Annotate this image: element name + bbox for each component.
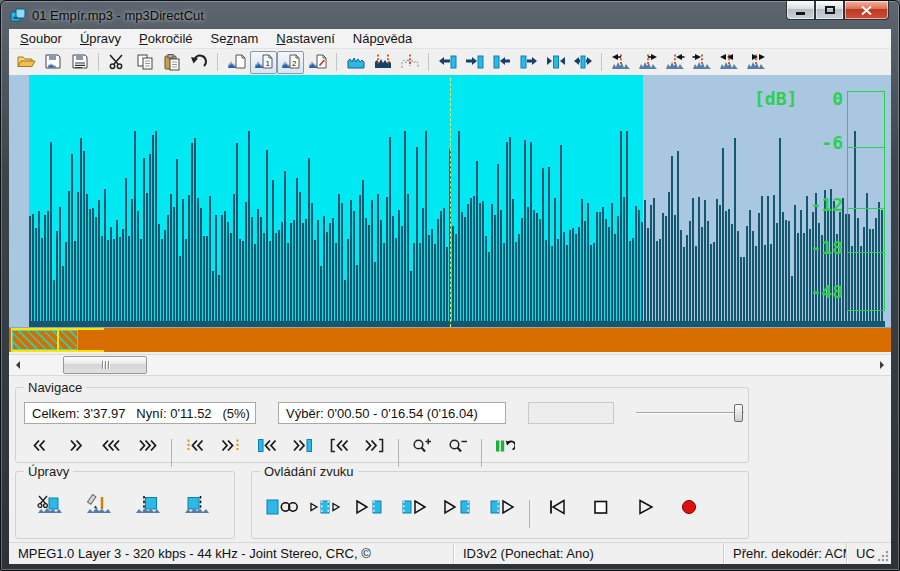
play-to-sel-end-button[interactable] bbox=[436, 491, 480, 523]
scroll-right-button[interactable] bbox=[873, 355, 891, 375]
prev-cue-button[interactable] bbox=[177, 433, 213, 459]
to-selection-start-icon bbox=[257, 438, 277, 454]
skip-to-start-button[interactable] bbox=[535, 491, 579, 523]
set-selection-start-icon bbox=[135, 494, 161, 514]
play-to-sel-end-icon bbox=[441, 497, 475, 517]
cut-selection-icon bbox=[37, 494, 63, 514]
play-button[interactable] bbox=[623, 491, 667, 523]
pause-undo-icon bbox=[495, 438, 515, 454]
window-title: 01 Empír.mp3 - mp3DirectCut bbox=[32, 8, 204, 23]
part-view-1-button[interactable]: 1 bbox=[250, 51, 277, 74]
sel-start-left-button[interactable] bbox=[434, 51, 461, 74]
set-selection-end-icon bbox=[184, 494, 210, 514]
cursor-back-fast-button[interactable] bbox=[715, 51, 742, 74]
cursor-to-prev-button[interactable] bbox=[661, 51, 688, 74]
resize-grip[interactable] bbox=[877, 550, 889, 562]
part-view-2-button[interactable]: 2 bbox=[277, 51, 304, 74]
waveform-display[interactable]: [dB] 0-6-12-18-48 bbox=[9, 75, 891, 327]
open-file-button[interactable] bbox=[12, 51, 39, 74]
cursor-back-button[interactable] bbox=[607, 51, 634, 74]
to-selection-start-button[interactable] bbox=[249, 433, 285, 459]
play-selection-loop-button[interactable] bbox=[260, 491, 304, 523]
navigation-group: Navigace Celkem: 3'37.97 Nyní: 0'11.52 (… bbox=[15, 387, 749, 463]
auto-cue-button[interactable] bbox=[304, 51, 331, 74]
open-file-icon bbox=[16, 53, 36, 71]
play-from-sel-start-button[interactable] bbox=[392, 491, 436, 523]
sel-end-left-button[interactable] bbox=[488, 51, 515, 74]
part-view-1-icon: 1 bbox=[254, 53, 274, 71]
title-bar[interactable]: 01 Empír.mp3 - mp3DirectCut bbox=[1, 1, 899, 29]
cursor-to-next-icon bbox=[692, 53, 712, 71]
cut-button[interactable] bbox=[104, 51, 131, 74]
cursor-forward-fast-icon bbox=[746, 53, 766, 71]
play-to-sel-start-button[interactable] bbox=[348, 491, 392, 523]
sel-start-left-icon bbox=[438, 53, 458, 71]
scroll-left-button[interactable] bbox=[9, 355, 27, 375]
save-button[interactable] bbox=[39, 51, 66, 74]
sel-end-right-button[interactable] bbox=[515, 51, 542, 74]
playback-cursor bbox=[450, 78, 451, 327]
undo-button[interactable] bbox=[185, 51, 212, 74]
stop-button[interactable] bbox=[579, 491, 623, 523]
slider-track bbox=[636, 412, 744, 414]
fast-back-button[interactable] bbox=[94, 433, 130, 459]
paste-button[interactable] bbox=[158, 51, 185, 74]
navigation-group-label: Navigace bbox=[24, 380, 86, 395]
copy-button[interactable] bbox=[131, 51, 158, 74]
save-split-button[interactable] bbox=[66, 51, 93, 74]
cursor-forward-button[interactable] bbox=[634, 51, 661, 74]
fast-forward-icon bbox=[138, 438, 158, 454]
menu-seznam[interactable]: Seznam bbox=[202, 30, 268, 47]
select-all-icon bbox=[346, 53, 366, 71]
caption-buttons bbox=[786, 1, 889, 20]
set-selection-start-button[interactable] bbox=[130, 488, 166, 520]
maximize-button[interactable] bbox=[815, 1, 844, 20]
zoom-out-button[interactable] bbox=[440, 433, 476, 459]
selection-with-cues-button[interactable] bbox=[369, 51, 396, 74]
audio-group-label: Ovládání zvuku bbox=[260, 464, 358, 479]
scrollbar-thumb[interactable] bbox=[63, 356, 147, 374]
menu-napoveda[interactable]: Nápověda bbox=[344, 30, 421, 47]
cut-selection-button[interactable] bbox=[32, 488, 68, 520]
cursor-forward-fast-button[interactable] bbox=[742, 51, 769, 74]
sel-shrink-button[interactable] bbox=[542, 51, 569, 74]
menu-nastaveni[interactable]: Nastavení bbox=[267, 30, 344, 47]
to-file-end-button[interactable] bbox=[357, 433, 393, 459]
sel-start-right-button[interactable] bbox=[461, 51, 488, 74]
file-info-button[interactable] bbox=[223, 51, 250, 74]
audio-buttons bbox=[252, 472, 748, 528]
zoom-in-button[interactable] bbox=[404, 433, 440, 459]
fast-forward-button[interactable] bbox=[130, 433, 166, 459]
record-button[interactable] bbox=[667, 491, 711, 523]
step-back-button[interactable] bbox=[22, 433, 58, 459]
set-selection-end-button[interactable] bbox=[179, 488, 215, 520]
slider-thumb[interactable] bbox=[734, 404, 743, 422]
menu-upravy[interactable]: Úpravy bbox=[71, 30, 130, 47]
next-cue-button[interactable] bbox=[213, 433, 249, 459]
step-forward-button[interactable] bbox=[58, 433, 94, 459]
preview-cut-button[interactable] bbox=[304, 491, 348, 523]
cursor-to-next-button[interactable] bbox=[688, 51, 715, 74]
play-from-sel-end-button[interactable] bbox=[480, 491, 524, 523]
draw-gain-button[interactable] bbox=[81, 488, 117, 520]
pause-undo-button[interactable] bbox=[487, 433, 523, 459]
to-selection-end-button[interactable] bbox=[285, 433, 321, 459]
sel-end-right-icon bbox=[519, 53, 539, 71]
db-tick--6: -6 bbox=[783, 132, 843, 153]
save-icon bbox=[43, 53, 63, 71]
toolbar-separator bbox=[98, 53, 99, 71]
sel-grow-button[interactable] bbox=[569, 51, 596, 74]
menu-soubor[interactable]: Soubor bbox=[11, 30, 71, 47]
horizontal-scrollbar[interactable] bbox=[9, 354, 891, 376]
to-file-start-button[interactable] bbox=[321, 433, 357, 459]
minimize-button[interactable] bbox=[786, 1, 815, 20]
speed-slider[interactable] bbox=[634, 402, 746, 424]
step-back-icon bbox=[30, 438, 50, 454]
select-all-button[interactable] bbox=[342, 51, 369, 74]
deselect-button[interactable] bbox=[396, 51, 423, 74]
file-overview-bar[interactable] bbox=[9, 328, 891, 352]
menu-pokrocile[interactable]: Pokročilé bbox=[130, 30, 201, 47]
close-button[interactable] bbox=[844, 1, 889, 20]
edit-group: Úpravy bbox=[15, 471, 235, 539]
svg-text:1: 1 bbox=[265, 59, 270, 68]
